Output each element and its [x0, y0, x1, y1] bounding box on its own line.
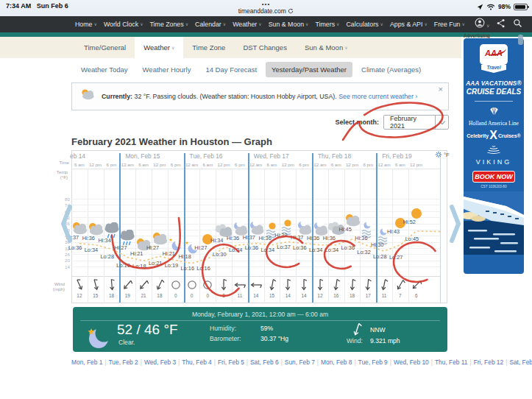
date-link-separator: | — [506, 359, 507, 366]
subtab-climate-averages-[interactable]: Climate (Averages) — [355, 62, 427, 77]
account-icon[interactable]: ∨ — [475, 18, 489, 31]
select-month-label: Select month: — [335, 119, 379, 126]
ad-divider — [475, 101, 513, 102]
site-section-tabs: Time/GeneralWeather∨Time ZoneDST Changes… — [0, 37, 461, 58]
nav-item-home[interactable]: Home∨ — [75, 21, 97, 28]
date-link[interactable]: Fri, Feb 5 — [218, 359, 244, 366]
currently-value: 32 °F. Passing clouds. (Weather station:… — [135, 93, 337, 100]
graph-unit-label[interactable]: °F — [444, 152, 450, 158]
see-more-weather-link[interactable]: See more current weather › — [338, 93, 417, 100]
date-link[interactable]: Tue, Feb 2 — [109, 359, 138, 366]
share-icon[interactable] — [497, 18, 506, 31]
ipad-safari-screen: 7:34 AM Sun Feb 6 ••• timeanddate.com 98… — [0, 0, 532, 399]
subtab-weather-today[interactable]: Weather Today — [75, 62, 134, 77]
tab-time-general[interactable]: Time/General — [75, 37, 135, 58]
date-link[interactable]: Tue, Feb 9 — [358, 359, 388, 366]
month-dropdown-value[interactable]: February 2021 — [384, 116, 435, 129]
date-link[interactable]: Mon, Feb 8 — [321, 359, 352, 366]
chevron-down-icon[interactable] — [435, 116, 448, 129]
subtab-yesterday-past-weather[interactable]: Yesterday/Past Weather — [266, 62, 352, 77]
date-link[interactable]: Sat, Feb 13 — [509, 359, 532, 366]
scrollbar-thumb[interactable] — [518, 35, 523, 45]
ad-cst-number: CST 1036203-80 — [464, 185, 524, 188]
aaa-travel-logo: AAA — [480, 44, 508, 65]
tab-weather[interactable]: Weather∨ — [135, 37, 183, 58]
time-axis-label: Time — [50, 160, 69, 165]
barometer-value: 30.37 "Hg — [260, 335, 288, 342]
chevron-down-icon: ∨ — [185, 22, 188, 27]
wifi-icon — [486, 4, 495, 10]
date-link[interactable]: Sun, Feb 7 — [285, 359, 315, 366]
travel-ribbon: Travel — [481, 65, 506, 73]
chevron-down-icon: ∨ — [380, 22, 383, 27]
y-axis-tick: 14 — [58, 264, 70, 269]
nav-item-weather[interactable]: Weather∨ — [233, 21, 262, 28]
date-link-separator: | — [247, 359, 248, 366]
y-axis-tick: 80 — [58, 197, 70, 202]
subtab-weather-hourly[interactable]: Weather Hourly — [137, 62, 197, 77]
chevron-down-icon: ∨ — [336, 22, 339, 27]
reload-icon[interactable] — [288, 8, 294, 14]
viking-ship-icon — [486, 145, 502, 155]
multitask-dots[interactable]: ••• — [0, 1, 532, 7]
chevron-down-icon: ∨ — [258, 22, 261, 27]
date-link-separator: | — [214, 359, 216, 366]
date-link[interactable]: Mon, Feb 1 — [71, 359, 102, 366]
date-link[interactable]: Fri, Feb 12 — [474, 359, 504, 366]
date-link-separator: | — [431, 359, 433, 366]
nav-item-time-zones[interactable]: Time Zones∨ — [150, 21, 189, 28]
cruise-ad[interactable]: AAA Travel AAA VACATIONS® CRUISE DEALS H… — [464, 38, 524, 274]
date-link[interactable]: Thu, Feb 11 — [435, 359, 468, 366]
date-link[interactable]: Thu, Feb 4 — [182, 359, 212, 366]
status-bar: 7:34 AM Sun Feb 6 ••• timeanddate.com 98… — [0, 0, 532, 16]
page-title: February 2021 Weather in Houston — Graph — [71, 136, 272, 147]
nav-item-calculators[interactable]: Calculators∨ — [346, 21, 383, 28]
search-icon[interactable] — [513, 18, 522, 31]
holland-america-logo-text: Holland America Line — [464, 120, 524, 127]
nav-item-apps-api[interactable]: Apps & API∨ — [390, 21, 428, 28]
nav-item-sun-moon[interactable]: Sun & Moon∨ — [269, 21, 309, 28]
date-link-separator: | — [141, 359, 142, 366]
top-navbar: Home∨World Clock∨Time Zones∨Calendar∨Wea… — [0, 16, 532, 32]
holland-america-shell-icon — [489, 106, 500, 116]
tab-time-zone[interactable]: Time Zone — [183, 37, 234, 58]
date-link[interactable]: Wed, Feb 3 — [144, 359, 176, 366]
date-link-separator: | — [354, 359, 355, 366]
moon-clear-icon — [83, 323, 111, 354]
month-selector-row: Select month: February 2021 — [280, 114, 449, 130]
month-dropdown[interactable]: February 2021 — [383, 115, 449, 130]
period-title: Monday, February 1, 2021, 12:00 am — 6:0… — [73, 311, 447, 318]
chevron-down-icon: ∨ — [223, 22, 226, 27]
tab-sun-moon[interactable]: Sun & Moon∨ — [296, 37, 357, 58]
gear-icon[interactable] — [435, 151, 442, 158]
wind-label: Wind: — [347, 337, 363, 345]
address-bar[interactable]: timeanddate.com — [0, 7, 532, 15]
tab-dst-changes[interactable]: DST Changes — [234, 37, 296, 58]
graph-next-arrow-icon[interactable] — [449, 205, 461, 243]
graph-prev-arrow-icon[interactable] — [60, 205, 73, 243]
nav-item-timers[interactable]: Timers∨ — [316, 21, 340, 28]
panel-divider — [80, 320, 440, 321]
date-link-separator: | — [104, 359, 106, 366]
date-link-separator: | — [178, 359, 180, 366]
temperature-reading: 52 / 46 °F — [117, 322, 178, 338]
battery-percent: 98% — [498, 3, 511, 10]
date-link[interactable]: Sat, Feb 6 — [250, 359, 279, 366]
nav-item-free-fun[interactable]: Free Fun∨ — [434, 21, 465, 28]
day-link-list: Mon, Feb 1|Tue, Feb 2|Wed, Feb 3|Thu, Fe… — [71, 356, 449, 369]
subtab-14-day-forecast[interactable]: 14 Day Forecast — [199, 62, 263, 77]
date-link[interactable]: Wed, Feb 10 — [394, 359, 429, 366]
y-axis-tick: 26 — [58, 252, 70, 257]
address-url[interactable]: timeanddate.com — [238, 7, 286, 15]
date-link-separator: | — [281, 359, 283, 366]
book-now-button[interactable]: BOOK NOW — [472, 171, 515, 183]
ad-headline-2: CRUISE DEALS — [464, 88, 524, 96]
weather-graph — [71, 150, 447, 303]
graph-settings: °F — [435, 151, 450, 158]
chevron-down-icon: ∨ — [424, 22, 427, 27]
chevron-down-icon: ∨ — [171, 45, 174, 50]
advertising-label: Advertising — [464, 33, 490, 38]
nav-item-world-clock[interactable]: World Clock∨ — [104, 21, 143, 28]
close-icon[interactable]: × — [439, 85, 443, 93]
nav-item-calendar[interactable]: Calendar∨ — [195, 21, 226, 28]
